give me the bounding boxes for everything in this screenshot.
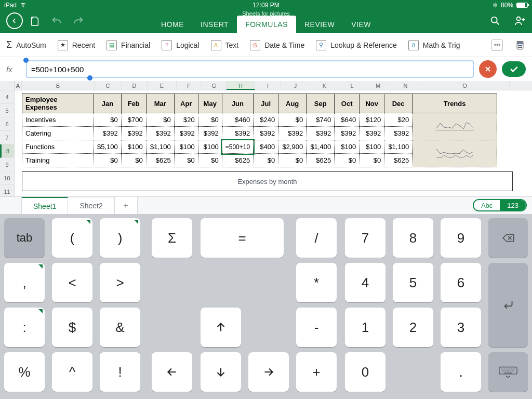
redo-icon[interactable] [73, 16, 84, 29]
add-sheet-button[interactable]: + [115, 197, 138, 214]
keyboard-mode-toggle[interactable]: Abc 123 [473, 199, 527, 211]
sheet-tab-1[interactable]: Sheet1 [22, 197, 68, 214]
key-1[interactable]: 1 [345, 308, 385, 347]
key-arrow-down[interactable] [201, 352, 241, 392]
sheet-tab-2[interactable]: Sheet2 [68, 197, 114, 214]
svg-point-0 [491, 17, 497, 23]
tab-insert[interactable]: INSERT [192, 16, 237, 33]
key-bang[interactable]: ! [100, 352, 140, 392]
numeric-keyboard: tab ( ) Σ = / 7 8 9 , < > * 4 5 6 : $ & … [0, 214, 532, 399]
key-slash[interactable]: / [296, 218, 337, 258]
svg-point-1 [517, 17, 521, 21]
selection-handle[interactable] [23, 58, 29, 63]
datetime-button[interactable]: ◷Date & Time [250, 40, 304, 50]
tab-home[interactable]: HOME [153, 16, 192, 33]
svg-point-8 [520, 47, 521, 48]
math-button[interactable]: θMath & Trig [408, 40, 460, 50]
sparkline-cell [413, 140, 497, 167]
key-percent[interactable]: % [4, 352, 45, 392]
search-icon[interactable] [489, 15, 501, 29]
active-cell[interactable]: =500+10 [222, 140, 253, 154]
fx-label: fx [6, 65, 21, 74]
formula-input[interactable] [26, 60, 474, 78]
column-headers: A B C D E F G H I J K L M N O [15, 81, 532, 90]
svg-point-7 [518, 47, 520, 48]
clock-icon: ◷ [250, 40, 260, 50]
lookup-icon: ⚲ [316, 40, 326, 50]
text-button[interactable]: AText [211, 40, 239, 50]
lookup-button[interactable]: ⚲Lookup & Reference [316, 40, 397, 50]
key-caret[interactable]: ^ [52, 352, 92, 392]
cancel-button[interactable] [479, 60, 497, 78]
key-5[interactable]: 5 [393, 263, 433, 302]
app-header: Sheets for pictures HOME INSERT FORMULAS… [0, 10, 532, 33]
key-0[interactable]: 0 [345, 352, 385, 392]
calculator-icon[interactable] [514, 39, 526, 51]
key-equals[interactable]: = [201, 218, 284, 258]
confirm-button[interactable] [502, 61, 526, 77]
key-rparen[interactable]: ) [100, 218, 140, 258]
key-arrow-right[interactable] [248, 352, 289, 392]
key-dot[interactable]: . [441, 352, 481, 392]
key-tab[interactable]: tab [4, 218, 45, 258]
key-7[interactable]: 7 [345, 218, 385, 258]
battery-icon [516, 3, 528, 8]
key-lt[interactable]: < [52, 263, 92, 302]
sparkline-cell [413, 113, 497, 140]
logical-button[interactable]: ?Logical [162, 40, 199, 50]
key-arrow-left[interactable] [152, 352, 192, 392]
formulas-ribbon: ΣAutoSum ★Recent ▤Financial ?Logical ATe… [0, 33, 532, 57]
table-row: Functions $5,100$100$1,100$100$100=500+1… [22, 140, 497, 154]
svg-point-4 [518, 45, 520, 46]
key-plus[interactable]: + [296, 352, 337, 392]
key-arrow-up[interactable] [201, 308, 241, 347]
status-bar: iPad 12:09 PM ✻ 80% [0, 0, 532, 10]
key-9[interactable]: 9 [441, 218, 481, 258]
undo-icon[interactable] [51, 16, 62, 29]
data-table[interactable]: Employee Expenses JanFebMarAprMayJunJulA… [22, 94, 497, 167]
back-button[interactable] [6, 12, 23, 29]
file-icon[interactable] [29, 16, 41, 29]
financial-button[interactable]: ▤Financial [107, 40, 150, 50]
key-6[interactable]: 6 [441, 263, 481, 302]
key-gt[interactable]: > [100, 263, 140, 302]
key-sigma[interactable]: Σ [152, 218, 192, 258]
clock: 12:09 PM [0, 2, 532, 9]
trends-header: Trends [413, 94, 497, 113]
share-icon[interactable] [513, 15, 526, 29]
svg-point-5 [520, 45, 521, 46]
more-button[interactable]: ••• [491, 39, 503, 51]
key-3[interactable]: 3 [441, 308, 481, 347]
svg-point-9 [521, 47, 522, 48]
chart-title-box: Expenses by month [22, 171, 513, 191]
question-icon: ? [162, 40, 172, 50]
financial-icon: ▤ [107, 40, 117, 50]
autosum-button[interactable]: ΣAutoSum [6, 39, 46, 50]
bluetooth-icon: ✻ [493, 2, 498, 9]
key-lparen[interactable]: ( [52, 218, 92, 258]
spreadsheet[interactable]: 4567 89101112 A B C D E F G H I J K L M … [0, 81, 532, 196]
sheet-tab-bar: Sheet1 Sheet2 + Abc 123 [0, 196, 532, 214]
text-icon: A [211, 40, 221, 50]
key-dismiss-keyboard[interactable] [488, 352, 528, 392]
key-star[interactable]: * [296, 263, 337, 302]
key-backspace[interactable] [488, 218, 528, 258]
key-minus[interactable]: - [296, 308, 337, 347]
row-headers: 4567 89101112 [0, 81, 15, 196]
key-amp[interactable]: & [100, 308, 140, 347]
selection-handle[interactable] [87, 75, 92, 81]
key-colon[interactable]: : [4, 308, 45, 347]
theta-icon: θ [408, 40, 419, 50]
table-title: Employee Expenses [22, 94, 94, 113]
key-comma[interactable]: , [4, 263, 45, 302]
key-4[interactable]: 4 [345, 263, 385, 302]
recent-button[interactable]: ★Recent [58, 40, 95, 50]
tab-review[interactable]: REVIEW [296, 16, 343, 33]
star-icon: ★ [58, 40, 68, 50]
key-2[interactable]: 2 [393, 308, 433, 347]
key-return[interactable] [488, 263, 528, 347]
tab-formulas[interactable]: FORMULAS [237, 16, 296, 33]
key-8[interactable]: 8 [393, 218, 433, 258]
tab-view[interactable]: VIEW [343, 16, 379, 33]
key-dollar[interactable]: $ [52, 308, 92, 347]
